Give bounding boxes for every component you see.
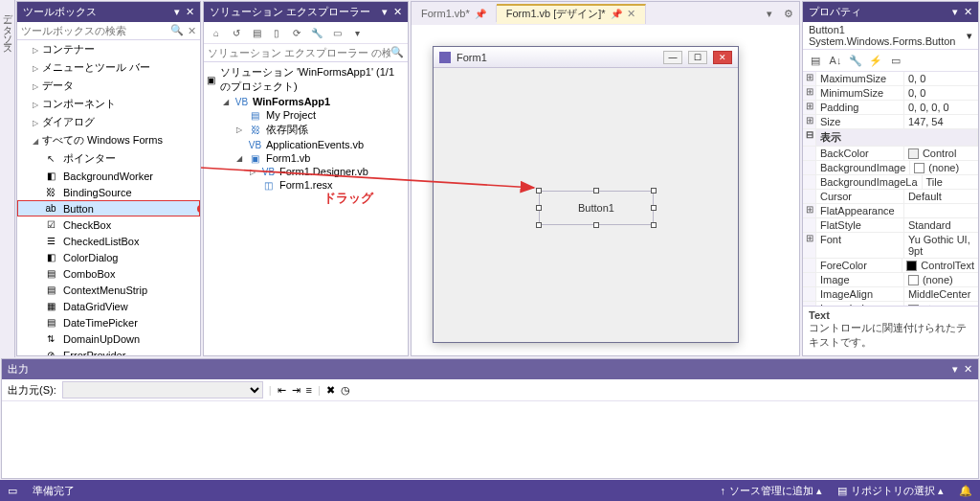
- clear-icon[interactable]: ✖: [326, 384, 335, 397]
- indent-icon[interactable]: ⇤: [278, 384, 286, 397]
- property-row[interactable]: BackgroundImageLaTile: [803, 175, 978, 190]
- dropdown-icon[interactable]: ▾: [761, 8, 778, 19]
- output-source-select[interactable]: [62, 381, 263, 399]
- property-row[interactable]: ⊞MinimumSize0, 0: [803, 86, 978, 101]
- property-value[interactable]: [904, 204, 978, 217]
- toolbox-group[interactable]: メニューとツール バー: [17, 58, 200, 77]
- property-row[interactable]: BackColorControl: [803, 147, 978, 161]
- property-value[interactable]: 147, 54: [904, 115, 978, 128]
- minimize-button[interactable]: —: [663, 51, 682, 64]
- document-tab[interactable]: Form1.vb*📌: [412, 5, 497, 22]
- toolbox-item[interactable]: ▤ContextMenuStrip: [17, 282, 200, 298]
- outdent-icon[interactable]: ⇥: [292, 384, 301, 397]
- expand-icon[interactable]: ⊞: [803, 204, 816, 217]
- maximize-button[interactable]: ☐: [688, 51, 707, 64]
- property-value[interactable]: 0, 0: [904, 72, 978, 85]
- close-icon[interactable]: ✕: [393, 6, 402, 18]
- preview-icon[interactable]: ▭: [328, 24, 345, 41]
- dropdown-icon[interactable]: ▾: [382, 6, 388, 18]
- search-icon[interactable]: 🔍: [170, 24, 184, 37]
- dropdown-icon[interactable]: ▾: [348, 24, 366, 41]
- clear-icon[interactable]: ✕: [188, 25, 196, 37]
- property-value[interactable]: Default: [904, 190, 978, 203]
- twist-icon[interactable]: ◢: [234, 154, 244, 163]
- expand-icon[interactable]: [803, 175, 816, 189]
- pin-icon[interactable]: 📌: [611, 9, 622, 19]
- toolbox-item[interactable]: abButton: [17, 200, 200, 216]
- expand-icon[interactable]: ⊞: [803, 115, 816, 128]
- dropdown-icon[interactable]: ▾: [174, 6, 180, 18]
- property-value[interactable]: (none): [904, 273, 978, 286]
- property-value[interactable]: Control: [904, 147, 978, 160]
- search-icon[interactable]: 🔍: [390, 46, 404, 59]
- close-icon[interactable]: ✕: [964, 6, 972, 18]
- property-value[interactable]: 0, 0, 0, 0: [904, 101, 978, 114]
- property-category[interactable]: ⊟表示: [803, 129, 978, 147]
- expand-icon[interactable]: [803, 273, 816, 286]
- design-surface[interactable]: Form1 — ☐ ✕ Button1: [412, 25, 799, 355]
- events-icon[interactable]: ⚡: [867, 52, 884, 69]
- expand-icon[interactable]: [803, 190, 816, 203]
- refresh-icon[interactable]: ⟳: [288, 24, 305, 41]
- window-icon[interactable]: ⚙: [778, 8, 799, 19]
- toolbox-group[interactable]: コンポーネント: [17, 95, 200, 113]
- props-object[interactable]: Button1 System.Windows.Forms.Button ▾: [803, 22, 978, 50]
- home-icon[interactable]: ⌂: [208, 24, 225, 41]
- sln-node[interactable]: VBApplicationEvents.vb: [204, 138, 408, 151]
- expand-icon[interactable]: ⊞: [803, 101, 816, 114]
- property-value[interactable]: 0, 0: [904, 86, 978, 100]
- property-row[interactable]: ⊞FlatAppearance: [803, 204, 978, 218]
- property-row[interactable]: ⊞FontYu Gothic UI, 9pt: [803, 233, 978, 259]
- property-row[interactable]: ⊞Size147, 54: [803, 115, 978, 129]
- toolbox-group[interactable]: コンテナー: [17, 40, 200, 58]
- expand-icon[interactable]: ⊞: [803, 233, 816, 258]
- toolbox-item[interactable]: ▤ComboBox: [17, 265, 200, 282]
- sln-node[interactable]: ▷VBForm1.Designer.vb: [204, 165, 408, 178]
- expand-icon[interactable]: [803, 161, 816, 174]
- sln-root[interactable]: ▣ ソリューション 'WinFormsApp1' (1/1 のプロジェクト): [204, 64, 408, 95]
- toolbox-item[interactable]: ⇅DomainUpDown: [17, 330, 200, 347]
- edge-tab-datasource[interactable]: データソース: [0, 4, 15, 54]
- sln-node[interactable]: ◢VBWinFormsApp1: [204, 95, 408, 108]
- expand-icon[interactable]: ⊞: [803, 86, 816, 100]
- close-button[interactable]: ✕: [713, 51, 732, 64]
- property-row[interactable]: CursorDefault: [803, 190, 978, 204]
- toolbox-item[interactable]: ◧BackgroundWorker: [17, 168, 200, 184]
- expand-icon[interactable]: ⊞: [803, 72, 816, 85]
- close-icon[interactable]: ✕: [627, 8, 635, 20]
- property-value[interactable]: Standard: [904, 218, 978, 232]
- dropdown-icon[interactable]: ▾: [952, 6, 958, 18]
- status-source-control[interactable]: ↑ソース管理に追加 ▴: [720, 484, 822, 498]
- wrap-icon[interactable]: ≡: [306, 384, 312, 396]
- expand-icon[interactable]: [803, 147, 816, 160]
- sln-node[interactable]: ▷⛓依存関係: [204, 122, 408, 138]
- properties-icon[interactable]: 🔧: [847, 52, 864, 69]
- expand-icon[interactable]: [803, 218, 816, 232]
- twist-icon[interactable]: ▷: [248, 168, 257, 176]
- dropdown-icon[interactable]: ▾: [952, 363, 958, 376]
- property-row[interactable]: BackgroundImage(none): [803, 161, 978, 175]
- close-icon[interactable]: ✕: [186, 6, 194, 18]
- dropdown-icon[interactable]: ▾: [967, 30, 972, 42]
- property-row[interactable]: ⊞MaximumSize0, 0: [803, 72, 978, 86]
- toolbox-group[interactable]: すべての Windows Forms: [17, 131, 200, 149]
- property-row[interactable]: ImageAlignMiddleCenter: [803, 287, 978, 302]
- property-value[interactable]: Yu Gothic UI, 9pt: [904, 233, 978, 258]
- toolbox-group[interactable]: ダイアログ: [17, 113, 200, 131]
- toggle-icon[interactable]: ◷: [341, 384, 350, 397]
- twist-icon[interactable]: ◢: [221, 98, 231, 106]
- pin-icon[interactable]: 📌: [475, 9, 486, 19]
- close-icon[interactable]: ✕: [964, 363, 972, 376]
- toolbox-group[interactable]: データ: [17, 77, 200, 95]
- property-value[interactable]: (none): [910, 161, 978, 174]
- prop-pages-icon[interactable]: ▭: [887, 52, 904, 69]
- sln-node[interactable]: ▤My Project: [204, 108, 408, 122]
- toolbox-item[interactable]: ◧ColorDialog: [17, 249, 200, 265]
- toolbox-search-input[interactable]: [21, 25, 170, 36]
- document-tab[interactable]: Form1.vb [デザイン]*📌✕: [497, 4, 646, 24]
- toolbox-item[interactable]: ↖ポインター: [17, 149, 200, 168]
- property-value[interactable]: MiddleCenter: [904, 287, 978, 301]
- sln-node[interactable]: ◢▣Form1.vb: [204, 151, 408, 165]
- property-row[interactable]: FlatStyleStandard: [803, 218, 978, 233]
- expand-icon[interactable]: [803, 259, 816, 272]
